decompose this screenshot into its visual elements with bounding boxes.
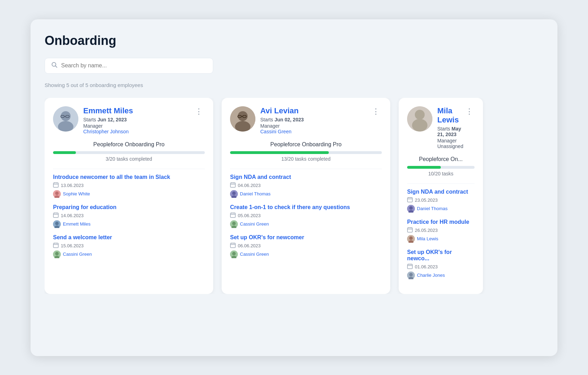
- cal-icon-emmett-1: [53, 212, 59, 219]
- assignee-avatar-emmett-2: [53, 250, 61, 258]
- task-date-mila-0: 23.05.2023: [407, 197, 475, 203]
- card-header-left-mila: Mila Lewis Starts May 21, 2023 Manager U…: [407, 106, 463, 149]
- task-assignee-emmett-0[interactable]: Sophie White: [53, 190, 205, 198]
- task-item-mila-2: Set up OKR's for newco... 01.06.2023 Cha…: [407, 249, 475, 279]
- person-info-mila: Mila Lewis Starts May 21, 2023 Manager U…: [437, 106, 463, 149]
- task-title-emmett-2[interactable]: Send a welcome letter: [53, 234, 205, 241]
- task-title-mila-0[interactable]: Sign NDA and contract: [407, 189, 475, 195]
- cal-icon-mila-2: [407, 263, 413, 270]
- manager-name-emmett[interactable]: Christopher Johnson: [83, 129, 133, 134]
- search-input[interactable]: [61, 62, 207, 69]
- manager-label-mila: Manager: [437, 138, 463, 143]
- cards-row: Emmett Miles Starts Jun 12, 2023 Manager…: [45, 98, 543, 294]
- cal-icon-avi-1: [230, 212, 236, 219]
- card-header-emmett: Emmett Miles Starts Jun 12, 2023 Manager…: [53, 106, 205, 134]
- task-date-avi-1: 05.06.2023: [230, 212, 382, 219]
- task-item-emmett-2: Send a welcome letter 15.06.2023 Cassini…: [53, 234, 205, 258]
- tasks-completed-mila: 10/20 tasks: [407, 171, 475, 176]
- tasks-completed-avi: 13/20 tasks completed: [230, 156, 382, 162]
- task-title-emmett-0[interactable]: Introduce newcomer to all the team in Sl…: [53, 174, 205, 180]
- starts-mila: Starts May 21, 2023: [437, 126, 463, 137]
- svg-rect-22: [53, 243, 58, 248]
- task-title-emmett-1[interactable]: Preparing for education: [53, 204, 205, 210]
- task-title-avi-2[interactable]: Set up OKR's for newcomer: [230, 234, 382, 241]
- divider-avi: [230, 169, 382, 169]
- manager-label-emmett: Manager: [83, 123, 133, 129]
- svg-rect-59: [407, 197, 412, 202]
- task-item-emmett-0: Introduce newcomer to all the team in Sl…: [53, 174, 205, 198]
- svg-point-20: [55, 222, 59, 225]
- more-menu-emmett[interactable]: ⋮: [193, 106, 205, 117]
- divider-mila: [407, 183, 475, 184]
- avatar-avi: [230, 106, 255, 132]
- manager-name-avi[interactable]: Cassini Green: [260, 129, 304, 134]
- tasks-completed-emmett: 3/20 tasks completed: [53, 156, 205, 162]
- assignee-avatar-emmett-1: [53, 220, 61, 228]
- task-title-avi-0[interactable]: Sign NDA and contract: [230, 174, 382, 180]
- task-assignee-avi-2[interactable]: Cassini Green: [230, 250, 382, 258]
- svg-rect-42: [230, 213, 235, 217]
- svg-point-40: [232, 192, 236, 195]
- task-assignee-avi-0[interactable]: Daniel Thomas: [230, 190, 382, 198]
- avatar-emmett: [53, 106, 78, 132]
- page-title: Onboarding: [45, 33, 543, 48]
- more-menu-avi[interactable]: ⋮: [370, 106, 382, 117]
- svg-point-47: [232, 222, 236, 225]
- svg-rect-66: [407, 228, 412, 232]
- progress-fill-emmett: [53, 151, 76, 154]
- manager-name-mila: Unassigned: [437, 143, 463, 149]
- task-assignee-mila-0[interactable]: Daniel Thomas: [407, 205, 475, 213]
- person-name-mila: Mila Lewis: [437, 106, 463, 125]
- svg-rect-73: [407, 264, 412, 269]
- progress-fill-avi: [230, 151, 329, 154]
- person-info-emmett: Emmett Miles Starts Jun 12, 2023 Manager…: [83, 106, 133, 134]
- card-header-mila: Mila Lewis Starts May 21, 2023 Manager U…: [407, 106, 475, 149]
- task-date-emmett-1: 14.06.2023: [53, 212, 205, 219]
- task-item-mila-1: Practice for HR module 26.05.2023 Mila L…: [407, 219, 475, 243]
- task-item-emmett-1: Preparing for education 14.06.2023 Emmet…: [53, 204, 205, 228]
- task-item-avi-0: Sign NDA and contract 04.06.2023 Daniel …: [230, 174, 382, 198]
- progress-bar-emmett: [53, 151, 205, 154]
- progress-bar-mila: [407, 166, 475, 169]
- more-menu-mila[interactable]: ⋮: [463, 106, 475, 117]
- task-title-mila-2[interactable]: Set up OKR's for newco...: [407, 249, 475, 262]
- card-header-left-avi: Avi Levian Starts Jun 02, 2023 Manager C…: [230, 106, 304, 134]
- task-date-avi-0: 04.06.2023: [230, 182, 382, 189]
- svg-line-1: [55, 66, 57, 67]
- avatar-mila: [407, 106, 432, 132]
- svg-rect-49: [230, 243, 235, 248]
- starts-emmett: Starts Jun 12, 2023: [83, 117, 133, 122]
- cal-icon-avi-2: [230, 242, 236, 249]
- task-assignee-mila-2[interactable]: Charlie Jones: [407, 272, 475, 279]
- task-date-avi-2: 06.06.2023: [230, 242, 382, 249]
- task-date-mila-2: 01.06.2023: [407, 263, 475, 270]
- task-title-mila-1[interactable]: Practice for HR module: [407, 219, 475, 225]
- task-date-emmett-0: 13.06.2023: [53, 182, 205, 189]
- task-title-avi-1[interactable]: Create 1-on-1 to check if there any ques…: [230, 204, 382, 210]
- task-assignee-mila-1[interactable]: Mila Lewis: [407, 235, 475, 243]
- card-emmett: Emmett Miles Starts Jun 12, 2023 Manager…: [45, 98, 213, 294]
- assignee-avatar-mila-2: [407, 272, 415, 279]
- svg-rect-35: [230, 183, 235, 187]
- assignee-avatar-mila-1: [407, 235, 415, 243]
- task-date-emmett-2: 15.06.2023: [53, 242, 205, 249]
- task-assignee-emmett-1[interactable]: Emmett Miles: [53, 220, 205, 228]
- svg-point-71: [409, 236, 413, 240]
- plan-name-avi: Peopleforce Onboarding Pro: [230, 141, 382, 148]
- card-header-avi: Avi Levian Starts Jun 02, 2023 Manager C…: [230, 106, 382, 134]
- svg-point-54: [232, 252, 236, 255]
- assignee-avatar-emmett-0: [53, 190, 61, 198]
- cal-icon-mila-0: [407, 197, 413, 203]
- progress-fill-mila: [407, 166, 441, 169]
- divider-emmett: [53, 169, 205, 169]
- svg-point-78: [409, 273, 413, 276]
- task-assignee-emmett-2[interactable]: Cassini Green: [53, 250, 205, 258]
- task-assignee-avi-1[interactable]: Cassini Green: [230, 220, 382, 228]
- task-item-mila-0: Sign NDA and contract 23.05.2023 Daniel …: [407, 189, 475, 213]
- assignee-avatar-avi-1: [230, 220, 238, 228]
- cal-icon-mila-1: [407, 227, 413, 234]
- manager-label-avi: Manager: [260, 123, 304, 129]
- svg-point-27: [55, 252, 59, 255]
- starts-avi: Starts Jun 02, 2023: [260, 117, 304, 122]
- person-name-emmett: Emmett Miles: [83, 106, 133, 115]
